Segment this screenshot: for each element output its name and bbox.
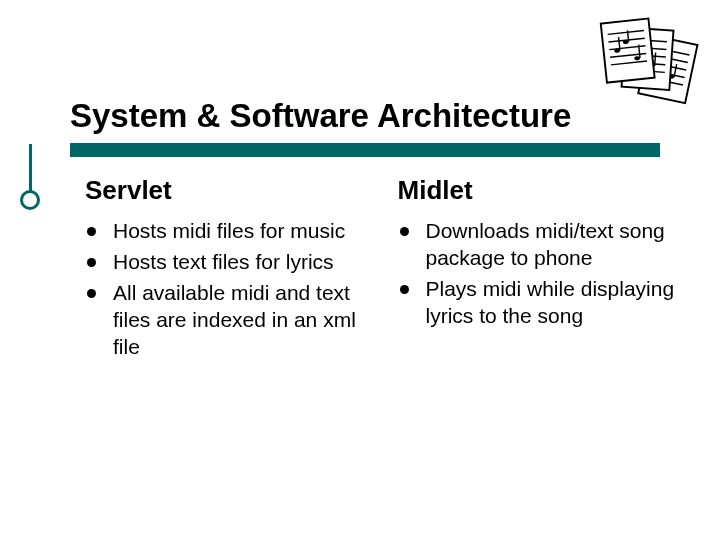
title-connector-line <box>29 144 32 192</box>
bullet-list: Hosts midi files for music Hosts text fi… <box>85 218 378 360</box>
content-columns: Servlet Hosts midi files for music Hosts… <box>85 175 690 364</box>
column-servlet: Servlet Hosts midi files for music Hosts… <box>85 175 378 364</box>
list-item: Hosts midi files for music <box>85 218 378 245</box>
list-item: Hosts text files for lyrics <box>85 249 378 276</box>
svg-rect-20 <box>601 19 655 83</box>
title-connector-dot <box>20 190 40 210</box>
list-item: Downloads midi/text song package to phon… <box>398 218 691 272</box>
slide: System & Software Architecture Servlet H… <box>0 0 720 540</box>
svg-line-19 <box>655 53 656 66</box>
column-heading: Servlet <box>85 175 378 206</box>
bullet-list: Downloads midi/text song package to phon… <box>398 218 691 330</box>
title-underline <box>70 143 660 157</box>
list-item: Plays midi while displaying lyrics to th… <box>398 276 691 330</box>
column-midlet: Midlet Downloads midi/text song package … <box>398 175 691 364</box>
column-heading: Midlet <box>398 175 691 206</box>
slide-title: System & Software Architecture <box>70 98 680 134</box>
title-area: System & Software Architecture <box>70 98 680 134</box>
list-item: All available midi and text files are in… <box>85 280 378 361</box>
